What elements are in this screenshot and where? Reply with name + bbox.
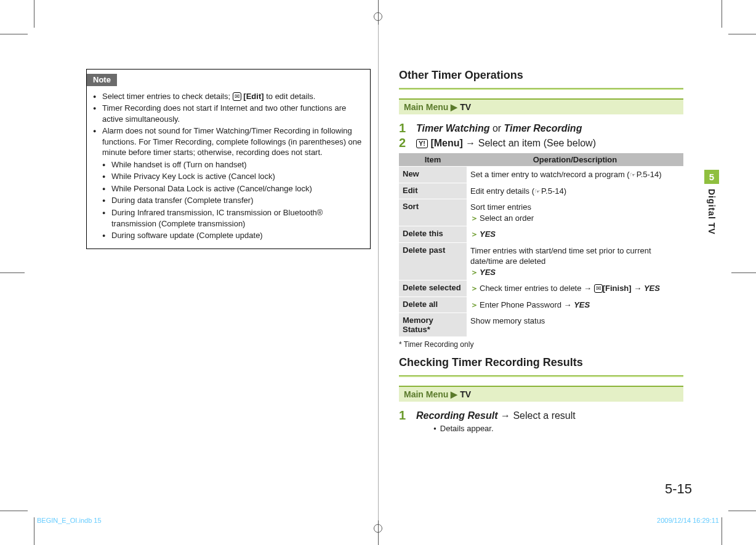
arrow-icon: → <box>465 138 478 148</box>
cell-item: Memory Status* <box>399 313 467 337</box>
chevron-icon: ＞ <box>470 284 478 293</box>
step-number: 2 <box>399 137 410 149</box>
cell-desc: Sort timer entries ＞Select an order <box>467 199 683 226</box>
cell-item: Delete this <box>399 226 467 243</box>
th-item: Item <box>399 153 467 167</box>
step-number: 1 <box>399 122 410 134</box>
cell-desc: Set a timer entry to watch/record a prog… <box>467 167 683 183</box>
step-term: Timer Recording <box>504 123 582 133</box>
step-term: Timer Watching <box>416 123 489 133</box>
cell-desc: Timer entries with start/end time set pr… <box>467 242 683 280</box>
table-footnote: * Timer Recording only <box>399 340 683 349</box>
step-text: Select an item (See below) <box>478 138 596 148</box>
page-number: 5-15 <box>665 481 692 497</box>
y-key-icon: Y! <box>416 139 428 148</box>
note-bullet: Select timer entries to check details; ✉… <box>93 91 364 102</box>
mail-key-icon: ✉ <box>233 92 241 101</box>
table-row: Edit Edit entry details (☞P.5-14) <box>399 183 683 199</box>
menu-prefix: Main Menu ▶ <box>404 102 460 112</box>
table-row: Delete past Timer entries with start/end… <box>399 242 683 280</box>
note-box: Note Select timer entries to check detai… <box>86 69 371 249</box>
cell-item: Delete selected <box>399 280 467 297</box>
cell-text: ) <box>564 186 566 196</box>
cell-desc: Edit entry details (☞P.5-14) <box>467 183 683 199</box>
step-number: 1 <box>399 409 410 421</box>
cell-text: Timer entries with start/end time set pr… <box>470 246 651 266</box>
step-2: 2 Y! [Menu] → Select an item (See below) <box>399 137 683 149</box>
note-sub: While Privacy Key Lock is active (Cancel… <box>102 171 364 182</box>
cell-item: Sort <box>399 199 467 226</box>
step-term: Recording Result <box>416 410 497 421</box>
rule <box>399 375 683 377</box>
note-sub: While handset is off (Turn on handset) <box>102 159 364 170</box>
yes-label: YES <box>644 284 660 293</box>
yes-label: YES <box>480 229 496 239</box>
cell-text: Sort timer entries <box>470 202 531 212</box>
chapter-number: 5 <box>704 170 719 184</box>
table-row: Sort Sort timer entries ＞Select an order <box>399 199 683 226</box>
chevron-icon: ＞ <box>470 268 478 277</box>
edit-label: [Edit] <box>243 92 263 101</box>
menu-item: TV <box>460 389 471 399</box>
heading-other-timer: Other Timer Operations <box>399 69 683 82</box>
note-text: to edit details. <box>266 92 315 101</box>
step-1: 1 Timer Watching or Timer Recording <box>399 122 683 134</box>
table-row: Delete selected ＞Check timer entries to … <box>399 280 683 297</box>
cell-text: Enter Phone Password → <box>480 300 574 309</box>
rule <box>399 88 683 90</box>
note-sub: While Personal Data Lock is active (Canc… <box>102 183 364 194</box>
table-row: Delete all ＞Enter Phone Password → YES <box>399 296 683 313</box>
chapter-label: Digital TV <box>704 184 719 240</box>
cell-text: ) <box>659 170 661 179</box>
breadcrumb: Main Menu ▶ TV <box>399 386 683 402</box>
arrow-icon: → <box>633 284 644 293</box>
cell-item: New <box>399 167 467 183</box>
menu-prefix: Main Menu ▶ <box>404 389 460 399</box>
cell-desc: ＞YES <box>467 226 683 243</box>
note-sub: During Infrared transmission, IC transmi… <box>102 207 364 229</box>
menu-item: TV <box>460 102 471 112</box>
cell-item: Edit <box>399 183 467 199</box>
page-ref: P.5-14 <box>637 169 659 180</box>
cell-item: Delete past <box>399 242 467 280</box>
finish-label: [Finish] <box>603 284 632 293</box>
footer-right: 2009/12/14 16:29:11 <box>657 517 719 524</box>
heading-checking-results: Checking Timer Recording Results <box>399 356 683 369</box>
table-row: Memory Status* Show memory status <box>399 313 683 337</box>
cell-text: Select an order <box>480 213 534 223</box>
note-sub: During software update (Complete update) <box>102 230 364 241</box>
chevron-icon: ＞ <box>470 229 478 239</box>
cell-desc: ＞Enter Phone Password → YES <box>467 296 683 313</box>
table-row: New Set a timer entry to watch/record a … <box>399 167 683 183</box>
cell-desc: Show memory status <box>467 313 683 337</box>
th-op: Operation/Description <box>467 153 683 167</box>
side-tab: 5 Digital TV <box>704 170 719 240</box>
cell-text: Set a timer entry to watch/record a prog… <box>470 170 630 179</box>
chevron-icon: ＞ <box>470 300 478 309</box>
operations-table: Item Operation/Description New Set a tim… <box>399 153 683 336</box>
arrow-icon: → <box>501 410 513 421</box>
note-label: Note <box>87 74 117 86</box>
step-text: Select a result <box>513 410 575 421</box>
yes-label: YES <box>480 268 496 277</box>
chevron-icon: ＞ <box>470 213 478 223</box>
hand-icon: ☞ <box>534 188 541 195</box>
left-column: Note Select timer entries to check detai… <box>86 69 371 508</box>
note-sub: During data transfer (Complete transfer) <box>102 195 364 206</box>
breadcrumb: Main Menu ▶ TV <box>399 98 683 114</box>
cell-item: Delete all <box>399 296 467 313</box>
hand-icon: ☞ <box>630 171 636 178</box>
right-column: Other Timer Operations Main Menu ▶ TV 1 … <box>399 69 719 508</box>
note-text: Alarm does not sound for Timer Watching/… <box>102 126 361 157</box>
page-ref: P.5-14 <box>541 186 564 197</box>
mail-key-icon: ✉ <box>594 284 603 293</box>
step-1b: 1 Recording Result → Select a result Det… <box>399 409 683 433</box>
footer-left: BEGIN_E_OI.indb 15 <box>37 517 102 524</box>
menu-label: [Menu] <box>430 138 462 148</box>
yes-label: YES <box>574 300 590 309</box>
note-bullet: Timer Recording does not start if Intern… <box>93 103 364 124</box>
cell-desc: ＞Check timer entries to delete → ✉[Finis… <box>467 280 683 297</box>
note-bullet: Alarm does not sound for Timer Watching/… <box>93 125 364 241</box>
step-detail: Details appear. <box>433 424 576 433</box>
table-row: Delete this ＞YES <box>399 226 683 243</box>
